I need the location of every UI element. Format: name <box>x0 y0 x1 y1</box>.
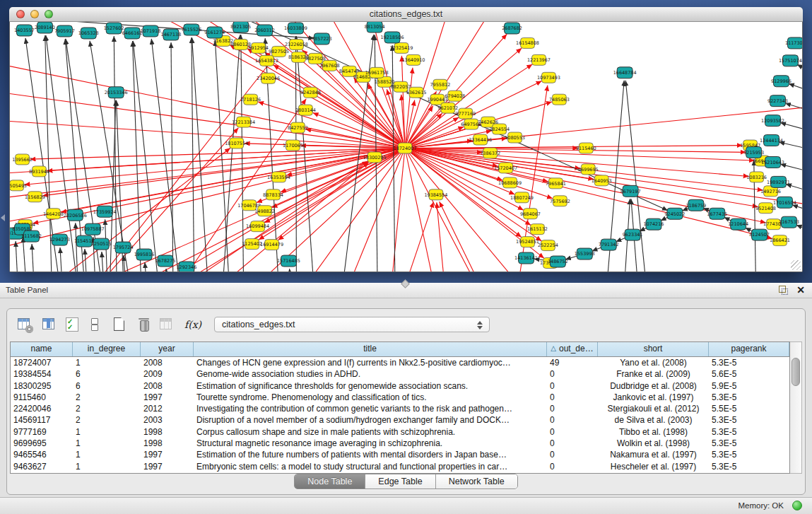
panel-divider-handle[interactable] <box>400 280 410 286</box>
table-row[interactable]: 1830029562008Estimation of significance … <box>11 380 789 392</box>
table-cell[interactable]: Yano et al. (2008) <box>598 357 709 368</box>
table-cell[interactable]: de Silva et al. (2003) <box>598 414 709 426</box>
table-cell[interactable]: 5.6E-5 <box>709 368 789 380</box>
table-cell[interactable]: Wolkin et al. (1998) <box>598 438 709 449</box>
table-cell[interactable]: 0 <box>547 438 598 449</box>
network-edge[interactable] <box>76 223 78 271</box>
table-row[interactable]: 946554611997Estimation of the future num… <box>11 449 789 460</box>
network-edge[interactable] <box>10 121 405 148</box>
table-cell[interactable]: 1997 <box>141 449 194 460</box>
table-cell[interactable]: 1 <box>73 426 141 438</box>
network-edge[interactable] <box>796 225 802 232</box>
network-canvas[interactable]: 1872400718300295193845542322605898275051… <box>10 22 802 271</box>
network-edge[interactable] <box>60 247 62 271</box>
column-header-name[interactable]: name <box>11 342 73 356</box>
table-row[interactable]: 1456911722003Disruption of a novel membe… <box>11 414 789 426</box>
table-cell[interactable]: 1 <box>73 357 141 368</box>
clear-selection-icon[interactable] <box>87 317 102 332</box>
table-row[interactable]: 969969511998Structural magnetic resonanc… <box>11 438 789 449</box>
network-edge[interactable] <box>401 56 405 148</box>
column-header-year[interactable]: year <box>141 342 194 356</box>
table-cell[interactable]: 1997 <box>141 461 194 472</box>
network-edge[interactable] <box>789 83 802 92</box>
table-cell[interactable]: 2008 <box>141 380 194 392</box>
table-cell[interactable]: 0 <box>547 368 598 380</box>
table-cell[interactable]: 5.3E-5 <box>709 357 789 368</box>
table-cell[interactable]: Tibbo et al. (1998) <box>598 426 709 438</box>
table-cell[interactable]: 9777169 <box>11 426 73 438</box>
table-cell[interactable]: 19384554 <box>11 368 73 380</box>
table-cell[interactable]: Nakamura et al. (1997) <box>598 449 709 460</box>
network-edge[interactable] <box>295 36 296 271</box>
table-row[interactable]: 2242004622012Investigating the contribut… <box>11 403 789 414</box>
table-cell[interactable]: 6 <box>73 380 141 392</box>
table-cell[interactable]: Stergiakouli et al. (2012) <box>598 403 709 414</box>
tab-edge-table[interactable]: Edge Table <box>365 474 435 489</box>
column-header-pagerank[interactable]: pagerank <box>709 342 789 356</box>
network-edge[interactable] <box>32 244 34 271</box>
network-edge[interactable] <box>16 241 18 271</box>
network-file-select[interactable]: citations_edges.txt <box>214 317 490 332</box>
network-edge[interactable] <box>440 201 480 271</box>
table-cell[interactable]: 1998 <box>141 438 194 449</box>
table-row[interactable]: 1872400712008Changes of HCN gene express… <box>11 357 789 368</box>
table-row[interactable]: 1938455462009Genome-wide association stu… <box>11 368 789 380</box>
network-edge[interactable] <box>215 40 229 271</box>
table-cell[interactable]: 0 <box>547 461 598 472</box>
close-panel-icon[interactable]: ✕ <box>796 285 805 295</box>
table-cell[interactable]: 0 <box>547 403 598 414</box>
table-cell[interactable]: Embryonic stem cells: a model to study s… <box>194 461 547 472</box>
select-columns-icon[interactable] <box>42 317 57 332</box>
network-edge[interactable] <box>102 252 104 271</box>
network-edge[interactable] <box>786 184 802 192</box>
network-edge[interactable] <box>780 164 802 173</box>
table-cell[interactable]: 5.3E-5 <box>709 392 789 403</box>
table-cell[interactable]: 5.3E-5 <box>709 449 789 460</box>
table-cell[interactable]: 1997 <box>141 392 194 403</box>
table-cell[interactable]: 1 <box>73 449 141 460</box>
table-cell[interactable]: 0 <box>547 392 598 403</box>
table-cell[interactable]: 22420046 <box>11 403 73 414</box>
table-cell[interactable]: 5.3E-5 <box>709 426 789 438</box>
table-cell[interactable]: Investigating the contribution of common… <box>194 403 547 414</box>
table-cell[interactable]: 0 <box>547 414 598 426</box>
tab-network-table[interactable]: Network Table <box>436 474 517 489</box>
table-row[interactable]: 911546021997Tourette syndrome. Phenomeno… <box>11 392 789 403</box>
table-cell[interactable]: Corpus callosum shape and size in male p… <box>194 426 547 438</box>
column-header-short[interactable]: short <box>598 342 709 356</box>
table-cell[interactable]: 5.5E-5 <box>709 403 789 414</box>
table-cell[interactable]: 5.3E-5 <box>709 414 789 426</box>
table-row[interactable]: 977716911998Corpus callosum shape and si… <box>11 426 789 438</box>
table-cell[interactable]: 9115460 <box>11 392 73 403</box>
table-cell[interactable]: 9699695 <box>11 438 73 449</box>
table-cell[interactable]: 2003 <box>141 414 194 426</box>
network-edge[interactable] <box>437 202 445 271</box>
table-cell[interactable]: 2 <box>73 392 141 403</box>
table-cell[interactable]: 1 <box>73 461 141 472</box>
network-edge[interactable] <box>792 205 802 212</box>
table-cell[interactable]: Structural magnetic resonance image aver… <box>194 438 547 449</box>
table-cell[interactable]: 2008 <box>141 357 194 368</box>
network-edge[interactable] <box>405 148 758 206</box>
table-cell[interactable]: Jankovic et al. (1997) <box>598 392 709 403</box>
network-edge[interactable] <box>307 148 405 271</box>
window-titlebar[interactable]: citations_edges.txt <box>9 7 803 22</box>
table-cell[interactable]: 5.3E-5 <box>709 461 789 472</box>
table-cell[interactable]: 2 <box>73 403 141 414</box>
table-cell[interactable]: 0 <box>547 380 598 392</box>
network-edge[interactable] <box>405 148 772 238</box>
network-edge[interactable] <box>290 269 292 271</box>
network-edge[interactable] <box>780 122 802 132</box>
table-cell[interactable]: 1 <box>73 438 141 449</box>
control-panel-collapse-handle[interactable] <box>1 214 5 221</box>
function-builder-icon[interactable]: f(x) <box>184 319 201 330</box>
table-cell[interactable]: Hescheler et al. (1997) <box>598 461 709 472</box>
network-edge[interactable] <box>797 64 802 74</box>
table-cell[interactable]: 5.9E-5 <box>709 380 789 392</box>
network-edge[interactable] <box>405 146 743 148</box>
delete-column-icon[interactable] <box>136 317 152 332</box>
table-cell[interactable]: 18724007 <box>11 357 73 368</box>
table-scrollbar[interactable] <box>790 341 802 474</box>
table-cell[interactable]: Estimation of significance thresholds fo… <box>194 380 547 392</box>
network-edge[interactable] <box>145 262 147 271</box>
